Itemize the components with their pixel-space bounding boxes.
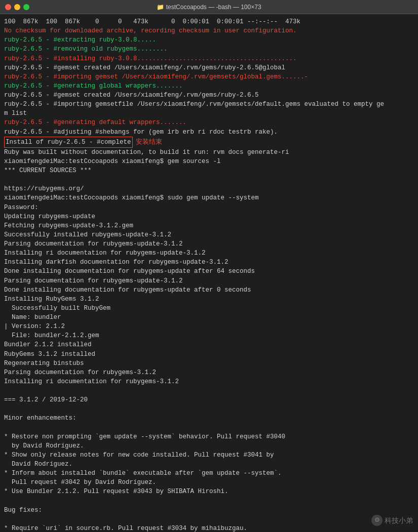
terminal-line: ruby-2.6.5 - #extracting ruby-3.0.8..... [4,35,414,45]
terminal-line: Regenerating binstubs [4,359,414,368]
terminal-line [4,497,414,506]
terminal-line: Ruby was built without documentation, to… [4,148,414,157]
terminal-line: * Use Bundler 2.1.2. Pull request #3043 … [4,487,414,496]
watermark: ⚙ 科技小弟 [371,515,413,526]
terminal-line: Parsing documentation for rubygems-updat… [4,239,414,249]
terminal-line: RubyGems 3.1.2 installed [4,350,414,359]
terminal-line: David Rodríguez. [4,460,414,469]
terminal-line: Fetching rubygems-update-3.1.2.gem [4,221,414,230]
terminal-line: Bundler 2.1.2 installed [4,340,414,349]
terminal-line: * Require `uri` in source.rb. Pull reque… [4,524,414,532]
maximize-button[interactable] [23,4,29,10]
watermark-text: 科技小弟 [385,515,413,525]
terminal-line: * Show only release notes for new code i… [4,451,414,460]
close-button[interactable] [5,4,11,10]
terminal-line: *** CURRENT SOURCES *** [4,166,414,175]
terminal-line: Installing ri documentation for rubygems… [4,249,414,258]
terminal-line: No checksum for downloaded archive, reco… [4,26,414,35]
window-controls[interactable] [5,4,29,10]
install-complete-line: Install of ruby-2.6.5 - #complete安装结束 [4,137,414,148]
terminal-window[interactable]: 100 867k 100 867k 0 0 473k 0 0:00:01 0:0… [0,14,418,532]
terminal-line: Pull request #3042 by David Rodríguez. [4,478,414,487]
window-title: 📁 testCocoapods — -bash — 100×73 [157,4,261,11]
terminal-content: 100 867k 100 867k 0 0 473k 0 0:00:01 0:0… [4,17,414,532]
terminal-line: Installing RubyGems 3.1.2 [4,295,414,304]
terminal-line: ruby-2.6.5 - #installing ruby-3.0.8.....… [4,54,414,63]
terminal-line: Bug fixes: [4,506,414,515]
terminal-line [4,404,414,414]
install-complete-text: Install of ruby-2.6.5 - #complete [4,137,133,148]
terminal-line [4,175,414,184]
terminal-line: by David Rodríguez. [4,441,414,451]
terminal-line: xiaomifengdeiMac:testCocoapods xiaomifen… [4,193,414,202]
minimize-button[interactable] [14,4,20,10]
terminal-line: Successfully built RubyGem [4,304,414,313]
terminal-line: Done installing documentation for rubyge… [4,285,414,295]
terminal-line: * Restore non prompting `gem update --sy… [4,432,414,441]
terminal-line: Minor enhancements: [4,414,414,423]
terminal-line: === 3.1.2 / 2019-12-20 [4,395,414,404]
terminal-line: Password: [4,203,414,212]
terminal-line: File: bundler-2.1.2.gem [4,331,414,340]
terminal-line [4,386,414,395]
terminal-line: ruby-2.6.5 - #gemset created /Users/xiao… [4,91,414,100]
terminal-line: Successfully installed rubygems-update-3… [4,230,414,239]
terminal-line: * Inform about installed `bundle` execut… [4,469,414,478]
terminal-line: ruby-2.6.5 - #importing gemsetfile /User… [4,100,414,109]
terminal-line: Name: bundler [4,313,414,322]
terminal-line: ruby-2.6.5 - #adjusting #shebangs for (g… [4,128,414,137]
terminal-line: ruby-2.6.5 - #generating default wrapper… [4,118,414,127]
terminal-line: xiaomifengdeiMac:testCocoapods xiaomifen… [4,157,414,166]
watermark-icon: ⚙ [371,515,383,526]
terminal-line: ruby-2.6.5 - #generating global wrappers… [4,81,414,91]
terminal-line: | Version: 2.1.2 [4,322,414,331]
terminal-line: https://rubygems.org/ [4,184,414,193]
terminal-line: Updating rubygems-update [4,212,414,221]
chinese-badge: 安装结束 [136,137,162,147]
terminal-line: m list [4,109,414,118]
terminal-line [4,423,414,432]
terminal-line: ruby-2.6.5 - #importing gemset /Users/xi… [4,72,414,81]
terminal-line: ruby-2.6.5 - #removing old rubygems.....… [4,45,414,54]
terminal-line: Done installing documentation for rubyge… [4,267,414,276]
terminal-line: Parsing documentation for rubygems-updat… [4,276,414,285]
terminal-line: 100 867k 100 867k 0 0 473k 0 0:00:01 0:0… [4,17,414,26]
terminal-line: Parsing documentation for rubygems-3.1.2 [4,368,414,377]
terminal-line: Installing darkfish documentation for ru… [4,258,414,267]
title-bar: 📁 testCocoapods — -bash — 100×73 [0,0,418,14]
terminal-line: Installing ri documentation for rubygems… [4,377,414,386]
terminal-line [4,515,414,524]
terminal-line: ruby-2.6.5 - #gemset created /Users/xiao… [4,63,414,72]
